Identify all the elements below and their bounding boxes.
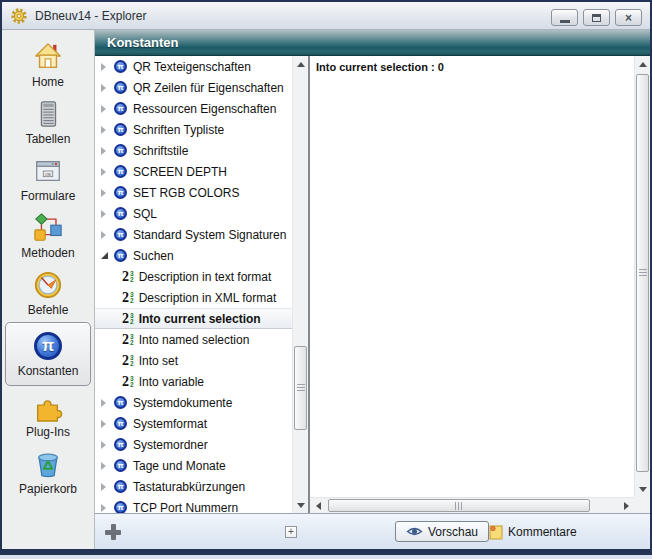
preview-eye-icon	[406, 526, 423, 537]
tree-item[interactable]: πTCP Port Nummern	[95, 497, 292, 513]
tree-item[interactable]: 232Into current selection	[95, 308, 292, 329]
expand-arrow-icon[interactable]	[101, 504, 114, 512]
sidebar-item-forms[interactable]: OK Formulare	[5, 151, 91, 207]
tree-scroll-up-button[interactable]	[293, 56, 309, 72]
add-constant-button[interactable]	[105, 524, 121, 540]
tree-item[interactable]: 232Description in text format	[95, 266, 292, 287]
longint-constant-icon: 232	[122, 311, 134, 326]
expand-arrow-icon[interactable]	[101, 189, 114, 197]
comments-button[interactable]: Kommentare	[489, 523, 577, 541]
flowchart-icon	[33, 213, 63, 243]
pi-theme-icon: π	[114, 81, 127, 94]
tree-item[interactable]: πSystemformat	[95, 413, 292, 434]
minimize-button[interactable]	[551, 9, 578, 26]
expand-arrow-icon[interactable]	[101, 420, 114, 428]
arrow-up-icon	[639, 62, 647, 67]
expand-arrow-icon[interactable]	[101, 147, 114, 155]
tree-item[interactable]: 232Description in XML format	[95, 287, 292, 308]
longint-constant-icon: 232	[122, 374, 134, 389]
preview-button[interactable]: Vorschau	[395, 521, 489, 542]
expand-arrow-icon[interactable]	[101, 210, 114, 218]
longint-constant-icon: 232	[122, 269, 134, 284]
detail-scroll-down-button[interactable]	[635, 481, 651, 497]
detail-vscroll-thumb[interactable]	[636, 74, 649, 472]
expand-arrow-icon[interactable]	[101, 399, 114, 407]
maximize-icon	[592, 14, 601, 22]
tree-scroll-down-button[interactable]	[293, 497, 309, 513]
preview-button-label: Vorschau	[428, 525, 478, 539]
expand-arrow-icon[interactable]	[101, 441, 114, 449]
tree-item-label: Tage und Monate	[133, 459, 226, 473]
expand-arrow-icon[interactable]	[101, 231, 114, 239]
expand-arrow-icon[interactable]	[101, 462, 114, 470]
collapse-arrow-icon[interactable]	[101, 252, 114, 259]
detail-scroll-left-button[interactable]	[310, 498, 326, 514]
pi-circle-icon: π	[34, 332, 62, 360]
tree-item[interactable]: πSystemdokumente	[95, 392, 292, 413]
tree-item-label: QR Zeilen für Eigenschaften	[133, 81, 284, 95]
pi-theme-icon: π	[114, 102, 127, 115]
pi-theme-icon: π	[114, 60, 127, 73]
detail-scroll-up-button[interactable]	[635, 56, 651, 72]
tree-item[interactable]: πSQL	[95, 203, 292, 224]
sidebar-item-constants[interactable]: π Konstanten	[5, 322, 91, 386]
sidebar-item-label: Tabellen	[26, 132, 71, 146]
expand-arrow-icon[interactable]	[101, 168, 114, 176]
detail-vertical-scrollbar[interactable]	[634, 56, 650, 497]
detail-scroll-right-button[interactable]	[618, 498, 634, 514]
tree-item[interactable]: πRessourcen Eigenschaften	[95, 98, 292, 119]
tree-item[interactable]: 232Into named selection	[95, 329, 292, 350]
sidebar-item-plugins[interactable]: Plug-Ins	[5, 387, 91, 443]
sidebar: Home Tabellen OK Formulare Methoden	[2, 30, 95, 549]
detail-heading: Into current selection : 0	[316, 61, 444, 73]
detail-hscroll-thumb[interactable]	[328, 499, 590, 512]
tree-item[interactable]: πSchriften Typliste	[95, 119, 292, 140]
detail-panel: Into current selection : 0	[310, 56, 650, 513]
tree-item[interactable]: 232Into variable	[95, 371, 292, 392]
splitter-expand-button[interactable]: +	[285, 526, 297, 538]
expand-arrow-icon[interactable]	[101, 483, 114, 491]
sidebar-item-tables[interactable]: Tabellen	[5, 94, 91, 150]
constants-tree-panel: πQR TexteigenschaftenπQR Zeilen für Eige…	[95, 56, 308, 513]
tree-item[interactable]: πSCREEN DEPTH	[95, 161, 292, 182]
pi-theme-icon: π	[114, 228, 127, 241]
tree-item-label: Systemdokumente	[133, 396, 232, 410]
maximize-button[interactable]	[583, 9, 610, 26]
tree-item-label: SET RGB COLORS	[133, 186, 239, 200]
tree-item-label: Description in XML format	[139, 291, 277, 305]
tree-item[interactable]: πStandard System Signaturen	[95, 224, 292, 245]
tree-scrollbar-thumb[interactable]	[294, 346, 307, 430]
compass-icon	[33, 270, 63, 300]
tree-item[interactable]: πSuchen	[95, 245, 292, 266]
expand-arrow-icon[interactable]	[101, 126, 114, 134]
pi-theme-icon: π	[114, 123, 127, 136]
scrollbar-corner	[634, 497, 650, 513]
expand-arrow-icon[interactable]	[101, 84, 114, 92]
close-button[interactable]: ×	[615, 9, 642, 26]
tree-item[interactable]: πQR Zeilen für Eigenschaften	[95, 77, 292, 98]
pi-theme-icon: π	[114, 207, 127, 220]
window-title: DBneuv14 - Explorer	[35, 9, 146, 23]
tree-item[interactable]: πSET RGB COLORS	[95, 182, 292, 203]
sidebar-item-home[interactable]: Home	[5, 37, 91, 93]
tree-item[interactable]: 232Into set	[95, 350, 292, 371]
tree-item[interactable]: πSystemordner	[95, 434, 292, 455]
tree-item[interactable]: πSchriftstile	[95, 140, 292, 161]
sidebar-item-label: Befehle	[28, 303, 69, 317]
tree-item[interactable]: πTastaturabkürzungen	[95, 476, 292, 497]
tree-item[interactable]: πQR Texteigenschaften	[95, 56, 292, 77]
expand-arrow-icon[interactable]	[101, 63, 114, 71]
sidebar-item-commands[interactable]: Befehle	[5, 265, 91, 321]
sidebar-item-methods[interactable]: Methoden	[5, 208, 91, 264]
comments-note-icon	[489, 524, 503, 540]
tree-scrollbar[interactable]	[292, 56, 308, 513]
sidebar-item-label: Methoden	[21, 246, 74, 260]
detail-horizontal-scrollbar[interactable]	[310, 497, 634, 513]
pi-theme-icon: π	[114, 396, 127, 409]
section-header: Konstanten	[95, 30, 650, 56]
expand-arrow-icon[interactable]	[101, 105, 114, 113]
arrow-right-icon	[624, 502, 629, 510]
pi-theme-icon: π	[114, 417, 127, 430]
sidebar-item-trash[interactable]: Papierkorb	[5, 444, 91, 500]
tree-item[interactable]: πTage und Monate	[95, 455, 292, 476]
